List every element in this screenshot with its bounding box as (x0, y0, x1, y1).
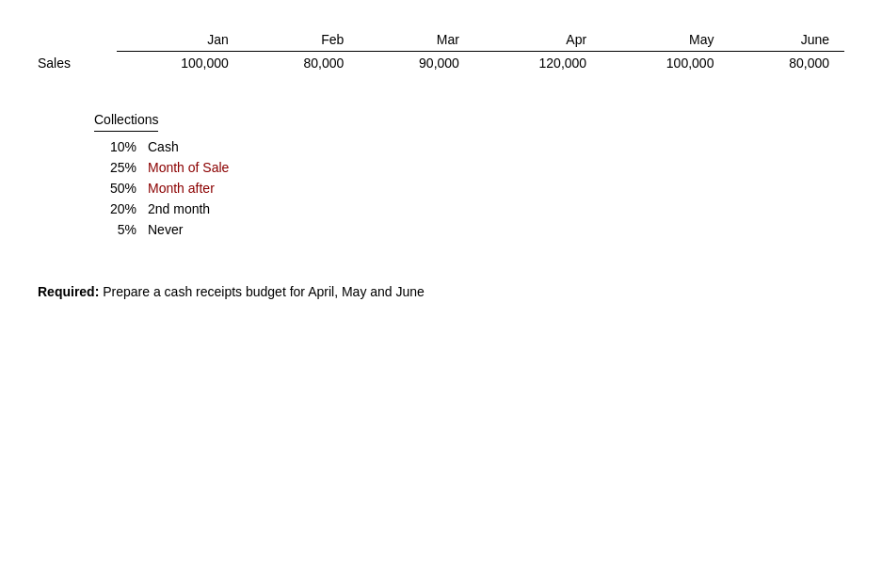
collection-desc: Never (148, 222, 183, 237)
table-cell: 80,000 (244, 52, 360, 75)
table-header-month: Mar (359, 28, 474, 52)
collection-pct: 25% (94, 160, 136, 175)
sales-table: JanFebMarAprMayJune Sales100,00080,00090… (38, 28, 844, 74)
table-cell: 100,000 (117, 52, 244, 75)
table-header-month: Jan (117, 28, 244, 52)
required-section: Required: Prepare a cash receipts budget… (38, 284, 844, 299)
table-cell: 90,000 (359, 52, 474, 75)
collection-pct: 50% (94, 181, 136, 196)
collection-desc: 2nd month (148, 201, 210, 216)
table-header-month: Feb (244, 28, 360, 52)
required-label: Required: (38, 284, 99, 299)
collection-pct: 5% (94, 222, 136, 237)
table-header-month: Apr (474, 28, 601, 52)
collection-pct: 20% (94, 201, 136, 216)
table-cell: 100,000 (601, 52, 729, 75)
table-header-month: May (601, 28, 729, 52)
table-cell: 120,000 (474, 52, 601, 75)
table-header-label (38, 28, 117, 52)
collections-list: 10%Cash25%Month of Sale50%Month after20%… (94, 139, 844, 237)
collection-desc: Month of Sale (148, 160, 229, 175)
list-item: 50%Month after (94, 181, 844, 196)
collection-desc: Month after (148, 181, 215, 196)
collection-pct: 10% (94, 139, 136, 154)
list-item: 20%2nd month (94, 201, 844, 216)
table-row: Sales100,00080,00090,000120,000100,00080… (38, 52, 844, 75)
collection-desc: Cash (148, 139, 179, 154)
table-header-month: June (729, 28, 844, 52)
list-item: 25%Month of Sale (94, 160, 844, 175)
collections-section: Collections 10%Cash25%Month of Sale50%Mo… (94, 112, 844, 237)
collections-title: Collections (94, 112, 158, 132)
list-item: 10%Cash (94, 139, 844, 154)
list-item: 5%Never (94, 222, 844, 237)
row-label: Sales (38, 52, 117, 75)
table-cell: 80,000 (729, 52, 844, 75)
required-text: Prepare a cash receipts budget for April… (99, 284, 425, 299)
